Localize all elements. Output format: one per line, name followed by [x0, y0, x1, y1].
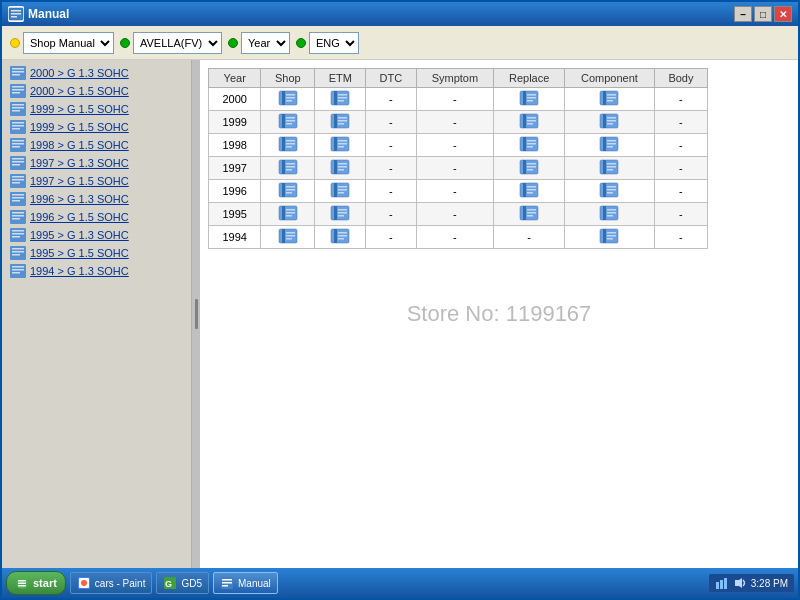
- start-button[interactable]: start: [6, 571, 66, 595]
- table-cell-shop[interactable]: [261, 134, 315, 157]
- sidebar-item[interactable]: 1995 > G 1.3 SOHC: [2, 226, 191, 244]
- window-icon: [8, 6, 24, 22]
- splitter[interactable]: [192, 60, 200, 568]
- sidebar-item[interactable]: 1994 > G 1.3 SOHC: [2, 262, 191, 280]
- taskbar-manual[interactable]: Manual: [213, 572, 278, 594]
- svg-rect-201: [720, 580, 723, 589]
- book-icon: [10, 192, 26, 206]
- sidebar-item[interactable]: 1998 > G 1.5 SOHC: [2, 136, 191, 154]
- svg-rect-76: [286, 123, 292, 125]
- table-col-body: Body: [654, 69, 707, 88]
- svg-rect-50: [12, 269, 24, 271]
- svg-rect-189: [18, 583, 26, 585]
- sidebar-item[interactable]: 2000 > G 1.3 SOHC: [2, 64, 191, 82]
- book-cell-icon: [278, 113, 298, 129]
- table-cell-replace[interactable]: [494, 88, 565, 111]
- svg-rect-51: [12, 272, 20, 274]
- svg-rect-202: [724, 578, 727, 589]
- start-icon: [15, 576, 29, 590]
- svg-rect-71: [607, 100, 613, 102]
- svg-rect-3: [11, 16, 17, 18]
- svg-rect-110: [607, 143, 616, 145]
- table-cell-etm[interactable]: [315, 203, 366, 226]
- table-cell-replace[interactable]: [494, 111, 565, 134]
- svg-rect-133: [282, 183, 285, 197]
- sidebar-item[interactable]: 1997 > G 1.3 SOHC: [2, 154, 191, 172]
- svg-rect-105: [527, 143, 536, 145]
- system-tray: 3:28 PM: [709, 574, 794, 592]
- table-cell-shop[interactable]: [261, 157, 315, 180]
- table-cell-component[interactable]: [565, 157, 655, 180]
- table-cell-shop[interactable]: [261, 111, 315, 134]
- shop-manual-dropdown[interactable]: Shop Manual: [23, 32, 114, 54]
- table-row: 1996---: [209, 180, 708, 203]
- table-cell-shop[interactable]: [261, 88, 315, 111]
- table-cell-year: 1995: [209, 203, 261, 226]
- table-cell-etm[interactable]: [315, 88, 366, 111]
- svg-rect-81: [338, 123, 344, 125]
- svg-rect-169: [607, 209, 616, 211]
- table-cell-etm[interactable]: [315, 134, 366, 157]
- table-cell-replace[interactable]: [494, 134, 565, 157]
- table-cell-replace: -: [494, 226, 565, 249]
- svg-rect-29: [12, 176, 24, 178]
- year-dropdown[interactable]: Year: [241, 32, 290, 54]
- maximize-button[interactable]: □: [754, 6, 772, 22]
- taskbar-gd5[interactable]: G GD5: [156, 572, 209, 594]
- sidebar-item[interactable]: 1996 > G 1.3 SOHC: [2, 190, 191, 208]
- table-cell-etm[interactable]: [315, 111, 366, 134]
- book-icon: [10, 102, 26, 116]
- svg-rect-170: [607, 212, 616, 214]
- sidebar-item-label: 2000 > G 1.3 SOHC: [30, 67, 129, 79]
- taskbar-paint[interactable]: cars - Paint: [70, 572, 153, 594]
- table-cell-shop[interactable]: [261, 180, 315, 203]
- table-cell-dtc: -: [366, 226, 416, 249]
- table-cell-component[interactable]: [565, 134, 655, 157]
- table-cell-component[interactable]: [565, 88, 655, 111]
- table-cell-etm[interactable]: [315, 180, 366, 203]
- sidebar-item-label: 1996 > G 1.3 SOHC: [30, 193, 129, 205]
- model-dropdown[interactable]: AVELLA(FV): [133, 32, 222, 54]
- content-area: 2000 > G 1.3 SOHC2000 > G 1.5 SOHC1999 >…: [2, 60, 798, 568]
- table-cell-etm[interactable]: [315, 226, 366, 249]
- table-col-shop: Shop: [261, 69, 315, 88]
- table-cell-replace[interactable]: [494, 180, 565, 203]
- svg-rect-5: [12, 68, 24, 70]
- svg-rect-190: [18, 585, 26, 587]
- svg-rect-1: [11, 10, 21, 12]
- table-cell-replace[interactable]: [494, 203, 565, 226]
- svg-rect-125: [527, 166, 536, 168]
- svg-rect-19: [12, 128, 20, 130]
- book-cell-icon: [599, 113, 619, 129]
- svg-rect-54: [286, 94, 295, 96]
- book-cell-icon: [330, 205, 350, 221]
- svg-rect-95: [286, 143, 295, 145]
- minimize-button[interactable]: –: [734, 6, 752, 22]
- close-button[interactable]: ✕: [774, 6, 792, 22]
- table-cell-replace[interactable]: [494, 157, 565, 180]
- table-cell-component[interactable]: [565, 203, 655, 226]
- sidebar-item[interactable]: 1997 > G 1.5 SOHC: [2, 172, 191, 190]
- svg-rect-151: [607, 192, 613, 194]
- table-cell-component[interactable]: [565, 226, 655, 249]
- svg-point-193: [81, 580, 87, 586]
- book-cell-icon: [278, 182, 298, 198]
- sidebar-item[interactable]: 1999 > G 1.5 SOHC: [2, 118, 191, 136]
- svg-rect-161: [338, 215, 344, 217]
- sidebar-item[interactable]: 1999 > G 1.5 SOHC: [2, 100, 191, 118]
- dropdown3-container: Year: [228, 32, 290, 54]
- table-cell-component[interactable]: [565, 111, 655, 134]
- table-cell-shop[interactable]: [261, 226, 315, 249]
- table-cell-shop[interactable]: [261, 203, 315, 226]
- svg-rect-18: [12, 125, 24, 127]
- lang-dropdown[interactable]: ENG: [309, 32, 359, 54]
- svg-rect-37: [12, 212, 24, 214]
- sidebar-item[interactable]: 2000 > G 1.5 SOHC: [2, 82, 191, 100]
- data-table: YearShopETMDTCSymptomReplaceComponentBod…: [208, 68, 708, 249]
- table-cell-year: 1994: [209, 226, 261, 249]
- sidebar-item[interactable]: 1995 > G 1.5 SOHC: [2, 244, 191, 262]
- table-cell-component[interactable]: [565, 180, 655, 203]
- table-cell-etm[interactable]: [315, 157, 366, 180]
- sidebar-item[interactable]: 1996 > G 1.5 SOHC: [2, 208, 191, 226]
- volume-icon: [733, 576, 747, 590]
